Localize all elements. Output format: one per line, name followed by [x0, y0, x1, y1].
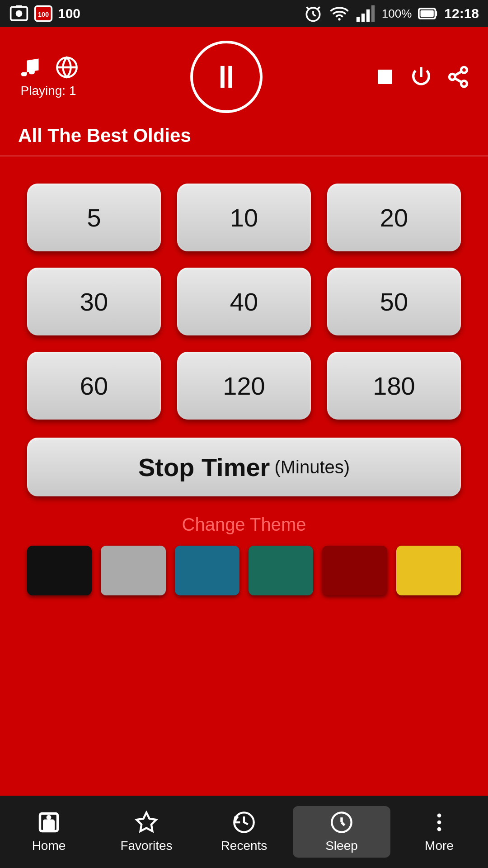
main-content: 5 10 20 30 40 50 60 120 180 Stop Timer (… — [0, 156, 488, 796]
nav-item-recents[interactable]: Recents — [195, 806, 293, 858]
timer-btn-180[interactable]: 180 — [327, 352, 461, 420]
status-right: 100% 12:18 — [303, 4, 479, 24]
svg-rect-28 — [44, 821, 54, 830]
nav-item-favorites[interactable]: Favorites — [98, 806, 195, 858]
nav-label-more: More — [425, 839, 454, 853]
svg-point-23 — [450, 74, 455, 80]
svg-rect-13 — [366, 9, 370, 22]
sleep-icon — [330, 811, 353, 834]
theme-label: Change Theme — [182, 514, 306, 535]
music-note-icon — [18, 56, 42, 79]
svg-point-1 — [16, 10, 23, 17]
stop-button[interactable] — [374, 66, 396, 88]
right-icons — [374, 65, 470, 89]
signal-icon — [356, 4, 375, 24]
svg-point-29 — [47, 816, 51, 819]
theme-section: Change Theme — [27, 514, 461, 595]
left-icons: Playing: 1 — [18, 56, 79, 98]
star-icon — [135, 811, 158, 834]
timer-btn-120[interactable]: 120 — [177, 352, 311, 420]
theme-swatch-yellow[interactable] — [396, 546, 461, 595]
stop-icon — [374, 66, 396, 88]
timer-btn-30[interactable]: 30 — [27, 268, 161, 335]
nav-item-home[interactable]: Home — [0, 806, 98, 858]
nav-item-more[interactable]: More — [390, 806, 488, 858]
top-controls: Playing: 1 ⏸ — [0, 27, 488, 156]
share-icon — [446, 65, 470, 89]
globe-icon — [55, 56, 79, 79]
nav-label-favorites: Favorites — [120, 839, 172, 853]
svg-point-10 — [338, 18, 341, 21]
svg-rect-16 — [421, 10, 434, 17]
svg-rect-11 — [357, 17, 360, 22]
stop-timer-sub: (Minutes) — [274, 457, 350, 477]
station-title: All The Best Oldies — [18, 125, 191, 146]
nav-label-sleep: Sleep — [325, 839, 358, 853]
music-note-button[interactable] — [18, 56, 42, 79]
clock-time: 12:18 — [444, 6, 479, 21]
svg-point-36 — [437, 821, 441, 825]
theme-swatch-gray[interactable] — [101, 546, 165, 595]
status-bar: 100 100 100% — [0, 0, 488, 27]
wifi-icon — [329, 4, 349, 24]
timer-btn-50[interactable]: 50 — [327, 268, 461, 335]
timer-btn-10[interactable]: 10 — [177, 184, 311, 251]
theme-swatch-blue[interactable] — [175, 546, 239, 595]
timer-grid: 5 10 20 30 40 50 60 120 180 — [27, 184, 461, 420]
pause-icon: ⏸ — [211, 59, 242, 95]
svg-line-7 — [313, 14, 316, 16]
globe-button[interactable] — [55, 56, 79, 79]
timer-btn-40[interactable]: 40 — [177, 268, 311, 335]
controls-row: Playing: 1 ⏸ — [18, 41, 470, 113]
timer-btn-60[interactable]: 60 — [27, 352, 161, 420]
svg-rect-12 — [361, 14, 365, 22]
home-icon — [37, 811, 61, 834]
svg-rect-20 — [378, 70, 392, 84]
svg-line-8 — [306, 7, 309, 9]
battery-pct: 100% — [382, 7, 412, 21]
share-button[interactable] — [446, 65, 470, 89]
svg-line-25 — [455, 78, 462, 82]
svg-point-24 — [461, 81, 467, 87]
nav-label-recents: Recents — [221, 839, 267, 853]
power-button[interactable] — [409, 65, 433, 89]
app-icon: 100 — [33, 4, 53, 24]
svg-point-22 — [461, 67, 467, 73]
playing-label: Playing: 1 — [21, 84, 76, 98]
svg-text:100: 100 — [38, 11, 49, 18]
svg-line-9 — [317, 7, 320, 9]
theme-swatch-black[interactable] — [27, 546, 92, 595]
theme-swatches — [27, 546, 461, 595]
more-icon — [427, 811, 451, 834]
timer-btn-5[interactable]: 5 — [27, 184, 161, 251]
timer-btn-20[interactable]: 20 — [327, 184, 461, 251]
svg-line-34 — [342, 822, 345, 826]
pause-button[interactable]: ⏸ — [190, 41, 263, 113]
svg-point-37 — [437, 827, 441, 831]
alarm-icon — [303, 4, 323, 24]
svg-rect-17 — [436, 11, 437, 16]
battery-icon — [418, 4, 438, 24]
svg-rect-2 — [16, 5, 23, 8]
signal-number: 100 — [58, 6, 80, 21]
photo-icon — [9, 4, 29, 24]
nav-item-sleep[interactable]: Sleep — [293, 806, 390, 858]
theme-swatch-darkred[interactable] — [322, 546, 387, 595]
bottom-nav: Home Favorites Recents Sleep — [0, 796, 488, 868]
svg-point-35 — [437, 814, 441, 818]
nav-label-home: Home — [32, 839, 66, 853]
status-left: 100 100 — [9, 4, 80, 24]
history-icon — [232, 811, 256, 834]
svg-marker-30 — [136, 812, 156, 831]
power-icon — [409, 65, 433, 89]
stop-timer-button[interactable]: Stop Timer (Minutes) — [27, 438, 461, 496]
theme-swatch-teal[interactable] — [249, 546, 313, 595]
svg-rect-14 — [371, 5, 375, 22]
stop-timer-label: Stop Timer — [138, 453, 270, 482]
svg-line-26 — [455, 71, 462, 75]
